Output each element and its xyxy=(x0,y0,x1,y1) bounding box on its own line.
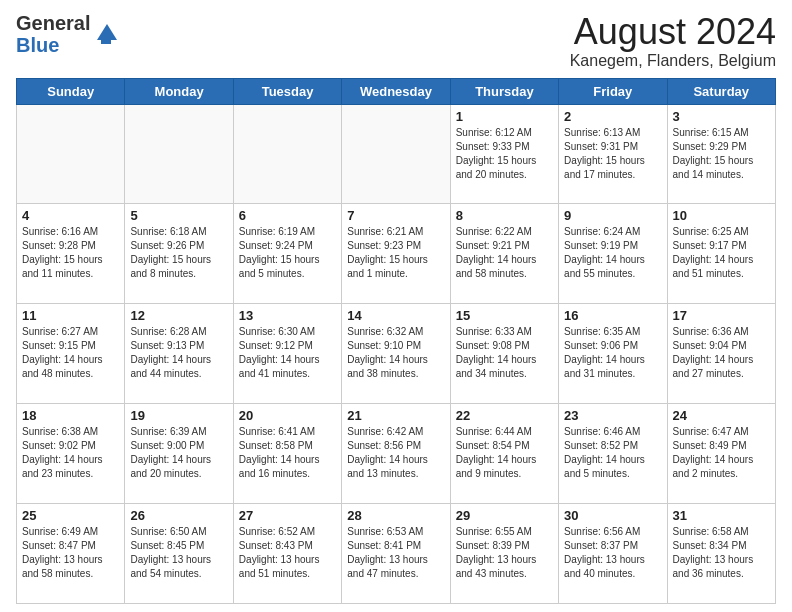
calendar-cell-4-7: 24Sunrise: 6:47 AM Sunset: 8:49 PM Dayli… xyxy=(667,404,775,504)
svg-marker-1 xyxy=(101,40,111,44)
day-number: 11 xyxy=(22,308,119,323)
day-info: Sunrise: 6:19 AM Sunset: 9:24 PM Dayligh… xyxy=(239,225,336,281)
day-number: 20 xyxy=(239,408,336,423)
day-info: Sunrise: 6:42 AM Sunset: 8:56 PM Dayligh… xyxy=(347,425,444,481)
day-number: 29 xyxy=(456,508,553,523)
day-number: 25 xyxy=(22,508,119,523)
col-sunday: Sunday xyxy=(17,78,125,104)
day-info: Sunrise: 6:13 AM Sunset: 9:31 PM Dayligh… xyxy=(564,126,661,182)
day-number: 2 xyxy=(564,109,661,124)
calendar-week-1: 1Sunrise: 6:12 AM Sunset: 9:33 PM Daylig… xyxy=(17,104,776,204)
day-number: 17 xyxy=(673,308,770,323)
day-number: 6 xyxy=(239,208,336,223)
svg-marker-0 xyxy=(97,24,117,40)
calendar-cell-3-7: 17Sunrise: 6:36 AM Sunset: 9:04 PM Dayli… xyxy=(667,304,775,404)
day-info: Sunrise: 6:56 AM Sunset: 8:37 PM Dayligh… xyxy=(564,525,661,581)
calendar-week-5: 25Sunrise: 6:49 AM Sunset: 8:47 PM Dayli… xyxy=(17,504,776,604)
calendar-cell-2-3: 6Sunrise: 6:19 AM Sunset: 9:24 PM Daylig… xyxy=(233,204,341,304)
calendar-cell-2-1: 4Sunrise: 6:16 AM Sunset: 9:28 PM Daylig… xyxy=(17,204,125,304)
calendar-cell-3-1: 11Sunrise: 6:27 AM Sunset: 9:15 PM Dayli… xyxy=(17,304,125,404)
calendar-cell-2-2: 5Sunrise: 6:18 AM Sunset: 9:26 PM Daylig… xyxy=(125,204,233,304)
day-info: Sunrise: 6:24 AM Sunset: 9:19 PM Dayligh… xyxy=(564,225,661,281)
calendar-cell-4-5: 22Sunrise: 6:44 AM Sunset: 8:54 PM Dayli… xyxy=(450,404,558,504)
day-info: Sunrise: 6:39 AM Sunset: 9:00 PM Dayligh… xyxy=(130,425,227,481)
col-friday: Friday xyxy=(559,78,667,104)
day-info: Sunrise: 6:15 AM Sunset: 9:29 PM Dayligh… xyxy=(673,126,770,182)
day-info: Sunrise: 6:49 AM Sunset: 8:47 PM Dayligh… xyxy=(22,525,119,581)
col-tuesday: Tuesday xyxy=(233,78,341,104)
calendar-cell-4-6: 23Sunrise: 6:46 AM Sunset: 8:52 PM Dayli… xyxy=(559,404,667,504)
day-number: 31 xyxy=(673,508,770,523)
day-info: Sunrise: 6:22 AM Sunset: 9:21 PM Dayligh… xyxy=(456,225,553,281)
col-thursday: Thursday xyxy=(450,78,558,104)
day-number: 21 xyxy=(347,408,444,423)
calendar-cell-4-3: 20Sunrise: 6:41 AM Sunset: 8:58 PM Dayli… xyxy=(233,404,341,504)
calendar-cell-3-5: 15Sunrise: 6:33 AM Sunset: 9:08 PM Dayli… xyxy=(450,304,558,404)
calendar-cell-5-3: 27Sunrise: 6:52 AM Sunset: 8:43 PM Dayli… xyxy=(233,504,341,604)
day-number: 10 xyxy=(673,208,770,223)
calendar-header-row: Sunday Monday Tuesday Wednesday Thursday… xyxy=(17,78,776,104)
day-info: Sunrise: 6:55 AM Sunset: 8:39 PM Dayligh… xyxy=(456,525,553,581)
day-number: 5 xyxy=(130,208,227,223)
day-number: 26 xyxy=(130,508,227,523)
day-info: Sunrise: 6:41 AM Sunset: 8:58 PM Dayligh… xyxy=(239,425,336,481)
day-info: Sunrise: 6:36 AM Sunset: 9:04 PM Dayligh… xyxy=(673,325,770,381)
calendar-cell-1-6: 2Sunrise: 6:13 AM Sunset: 9:31 PM Daylig… xyxy=(559,104,667,204)
col-monday: Monday xyxy=(125,78,233,104)
day-info: Sunrise: 6:21 AM Sunset: 9:23 PM Dayligh… xyxy=(347,225,444,281)
calendar-cell-4-2: 19Sunrise: 6:39 AM Sunset: 9:00 PM Dayli… xyxy=(125,404,233,504)
day-info: Sunrise: 6:53 AM Sunset: 8:41 PM Dayligh… xyxy=(347,525,444,581)
day-number: 4 xyxy=(22,208,119,223)
day-info: Sunrise: 6:50 AM Sunset: 8:45 PM Dayligh… xyxy=(130,525,227,581)
day-number: 13 xyxy=(239,308,336,323)
calendar-cell-4-1: 18Sunrise: 6:38 AM Sunset: 9:02 PM Dayli… xyxy=(17,404,125,504)
calendar-cell-1-5: 1Sunrise: 6:12 AM Sunset: 9:33 PM Daylig… xyxy=(450,104,558,204)
month-year: August 2024 xyxy=(570,12,776,52)
day-number: 22 xyxy=(456,408,553,423)
day-number: 30 xyxy=(564,508,661,523)
day-info: Sunrise: 6:32 AM Sunset: 9:10 PM Dayligh… xyxy=(347,325,444,381)
calendar-cell-2-5: 8Sunrise: 6:22 AM Sunset: 9:21 PM Daylig… xyxy=(450,204,558,304)
calendar-cell-5-2: 26Sunrise: 6:50 AM Sunset: 8:45 PM Dayli… xyxy=(125,504,233,604)
calendar-week-4: 18Sunrise: 6:38 AM Sunset: 9:02 PM Dayli… xyxy=(17,404,776,504)
day-info: Sunrise: 6:52 AM Sunset: 8:43 PM Dayligh… xyxy=(239,525,336,581)
calendar-cell-2-7: 10Sunrise: 6:25 AM Sunset: 9:17 PM Dayli… xyxy=(667,204,775,304)
day-number: 14 xyxy=(347,308,444,323)
day-number: 24 xyxy=(673,408,770,423)
col-wednesday: Wednesday xyxy=(342,78,450,104)
logo: General Blue xyxy=(16,12,121,56)
day-number: 15 xyxy=(456,308,553,323)
day-number: 23 xyxy=(564,408,661,423)
day-info: Sunrise: 6:18 AM Sunset: 9:26 PM Dayligh… xyxy=(130,225,227,281)
calendar-week-2: 4Sunrise: 6:16 AM Sunset: 9:28 PM Daylig… xyxy=(17,204,776,304)
day-info: Sunrise: 6:46 AM Sunset: 8:52 PM Dayligh… xyxy=(564,425,661,481)
day-number: 12 xyxy=(130,308,227,323)
day-info: Sunrise: 6:30 AM Sunset: 9:12 PM Dayligh… xyxy=(239,325,336,381)
calendar-cell-1-1 xyxy=(17,104,125,204)
calendar-cell-5-7: 31Sunrise: 6:58 AM Sunset: 8:34 PM Dayli… xyxy=(667,504,775,604)
day-info: Sunrise: 6:33 AM Sunset: 9:08 PM Dayligh… xyxy=(456,325,553,381)
day-number: 8 xyxy=(456,208,553,223)
calendar-cell-3-4: 14Sunrise: 6:32 AM Sunset: 9:10 PM Dayli… xyxy=(342,304,450,404)
col-saturday: Saturday xyxy=(667,78,775,104)
header: General Blue August 2024 Kanegem, Flande… xyxy=(16,12,776,70)
day-info: Sunrise: 6:27 AM Sunset: 9:15 PM Dayligh… xyxy=(22,325,119,381)
day-info: Sunrise: 6:38 AM Sunset: 9:02 PM Dayligh… xyxy=(22,425,119,481)
calendar-cell-5-5: 29Sunrise: 6:55 AM Sunset: 8:39 PM Dayli… xyxy=(450,504,558,604)
day-info: Sunrise: 6:12 AM Sunset: 9:33 PM Dayligh… xyxy=(456,126,553,182)
day-info: Sunrise: 6:16 AM Sunset: 9:28 PM Dayligh… xyxy=(22,225,119,281)
day-number: 9 xyxy=(564,208,661,223)
logo-blue: Blue xyxy=(16,34,90,56)
day-info: Sunrise: 6:47 AM Sunset: 8:49 PM Dayligh… xyxy=(673,425,770,481)
calendar-cell-3-3: 13Sunrise: 6:30 AM Sunset: 9:12 PM Dayli… xyxy=(233,304,341,404)
calendar-cell-5-4: 28Sunrise: 6:53 AM Sunset: 8:41 PM Dayli… xyxy=(342,504,450,604)
calendar-cell-1-7: 3Sunrise: 6:15 AM Sunset: 9:29 PM Daylig… xyxy=(667,104,775,204)
calendar-table: Sunday Monday Tuesday Wednesday Thursday… xyxy=(16,78,776,604)
day-info: Sunrise: 6:44 AM Sunset: 8:54 PM Dayligh… xyxy=(456,425,553,481)
day-number: 28 xyxy=(347,508,444,523)
calendar-cell-2-4: 7Sunrise: 6:21 AM Sunset: 9:23 PM Daylig… xyxy=(342,204,450,304)
day-number: 3 xyxy=(673,109,770,124)
calendar-cell-1-4 xyxy=(342,104,450,204)
day-info: Sunrise: 6:35 AM Sunset: 9:06 PM Dayligh… xyxy=(564,325,661,381)
logo-text: General Blue xyxy=(16,12,90,56)
